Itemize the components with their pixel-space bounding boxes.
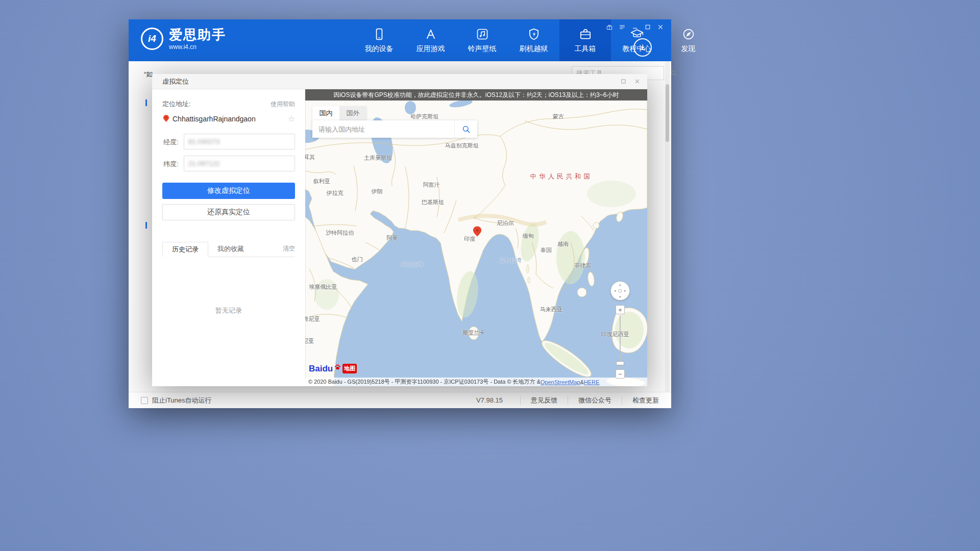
map-place-label: 肯尼亚 [305, 315, 320, 322]
nav-item[interactable]: 我的设备 [353, 19, 405, 61]
map-search-button[interactable] [454, 120, 477, 138]
nav-item-label: 发现 [681, 44, 696, 54]
map-place-label: 土库曼斯坦 [364, 154, 392, 161]
map-place-label: 哈萨克斯坦 [410, 112, 438, 120]
map-place-label: 阿曼 [386, 234, 398, 242]
compass-icon [682, 28, 695, 41]
map-marker-pin-icon [472, 226, 483, 239]
nav-item[interactable]: 铃声壁纸 [456, 19, 508, 61]
page-text-fragment: “如 [144, 70, 153, 79]
address-value: ChhattisgarhRajnandgaon [173, 115, 288, 123]
zoom-slider-handle[interactable] [616, 361, 624, 365]
virtual-location-dialog: 虚拟定位 定位地址: 使用帮助 ChhattisgarhRajnandgaon … [152, 74, 647, 386]
map-place-label: 尼泊尔 [497, 219, 513, 227]
openstreetmap-link[interactable]: OpenStreetMap [541, 379, 580, 385]
longitude-field-box [184, 134, 295, 149]
restore-location-button[interactable]: 还原真实定位 [162, 204, 295, 220]
minimize-icon[interactable] [631, 23, 639, 31]
clear-history-link[interactable]: 清空 [283, 244, 295, 257]
latitude-input[interactable] [184, 156, 295, 171]
region-tab[interactable]: 国内 [312, 106, 339, 120]
nav-item[interactable]: 刷机越狱 [508, 19, 559, 61]
nav-item-label: 铃声壁纸 [468, 44, 497, 54]
map-place-label: 耳其 [305, 154, 315, 161]
toolbox-icon [579, 28, 592, 41]
map-place-label: 巴基斯坦 [422, 198, 444, 206]
phone-icon [373, 28, 386, 41]
favorite-star-icon[interactable]: ☆ [288, 114, 295, 123]
map-place-label: 埃塞俄比亚 [309, 283, 337, 291]
help-link[interactable]: 使用帮助 [271, 100, 295, 109]
check-update-link[interactable]: 检查更新 [622, 396, 659, 405]
close-icon[interactable] [657, 23, 664, 31]
theme-icon[interactable] [606, 23, 613, 31]
map-place-label: 马来西亚 [540, 306, 562, 313]
longitude-label: 经度: [163, 138, 179, 147]
baidu-map-badge: 地图 [342, 364, 357, 373]
menu-icon[interactable] [619, 23, 626, 31]
pan-right-icon[interactable]: ► [624, 289, 627, 292]
pan-center-icon[interactable] [619, 289, 622, 293]
app-header: i4 爱思助手 www.i4.cn 我的设备 应用游戏 铃声壁纸 刷机越狱 [129, 19, 671, 61]
map-place-label: 菲律宾 [575, 262, 592, 269]
latitude-field-box [184, 156, 295, 171]
page-scrollbar[interactable] [665, 61, 670, 392]
address-label: 定位地址: [162, 99, 191, 109]
map-search-input[interactable] [312, 120, 454, 138]
nav-item-label: 工具箱 [575, 44, 596, 54]
nav-item[interactable]: 应用游戏 [405, 19, 456, 61]
map-place-label: 叙利亚 [313, 177, 330, 185]
map-place-label: 蒙古 [553, 112, 564, 120]
dialog-title: 虚拟定位 [162, 77, 189, 86]
zoom-slider-track[interactable] [616, 314, 625, 369]
history-tab[interactable]: 我的收藏 [208, 241, 253, 257]
block-itunes-checkbox[interactable] [141, 397, 148, 404]
feedback-link[interactable]: 意见反馈 [520, 396, 568, 405]
baidu-paw-icon [334, 363, 341, 371]
zoom-in-button[interactable]: + [616, 305, 625, 314]
baidu-brand-text: Baidu [309, 364, 333, 374]
map-place-label: 斯里兰卡 [462, 329, 485, 337]
dialog-titlebar: 虚拟定位 [152, 74, 647, 89]
modify-location-button[interactable]: 修改虚拟定位 [162, 183, 295, 199]
pan-down-icon[interactable]: ▼ [619, 295, 622, 298]
map-zoom-control: + − [616, 305, 625, 379]
baidu-map-logo: Baidu 地图 [309, 363, 357, 374]
map-place-label: 乌兹别克斯坦 [445, 141, 479, 149]
wechat-link[interactable]: 微信公众号 [568, 396, 622, 405]
zoom-out-button[interactable]: − [616, 369, 625, 379]
pan-left-icon[interactable]: ◄ [614, 289, 617, 292]
map-place-label: 也门 [352, 255, 363, 263]
app-url: www.i4.cn [169, 43, 226, 51]
map-place-label: 孟加拉湾 [499, 257, 522, 264]
pan-up-icon[interactable]: ▲ [619, 283, 622, 286]
close-icon[interactable] [634, 78, 641, 85]
baidu-map[interactable]: 哈萨克斯坦蒙古乌兹别克斯坦土库曼斯坦耳其叙利亚伊拉克伊朗阿富汗巴基斯坦中华人民共… [305, 89, 647, 386]
longitude-input[interactable] [184, 134, 295, 149]
map-place-label: 伊朗 [372, 188, 383, 195]
maximize-icon[interactable] [644, 23, 651, 31]
logo-badge-icon: i4 [141, 28, 163, 50]
region-tab[interactable]: 国外 [339, 106, 366, 120]
nav-item-label: 应用游戏 [416, 44, 445, 54]
maximize-icon[interactable] [620, 78, 627, 85]
nav-item[interactable]: 发现 [663, 19, 714, 61]
section-marker [145, 99, 147, 106]
app-window: i4 爱思助手 www.i4.cn 我的设备 应用游戏 铃声壁纸 刷机越狱 [129, 19, 671, 408]
appstore-icon [424, 28, 437, 41]
music-icon [476, 28, 489, 41]
map-pan-control[interactable]: ▲ ▼ ◄ ► [610, 281, 630, 300]
scrollbar-thumb[interactable] [666, 84, 669, 142]
attribution-text: © 2020 Baidu - GS(2019)5218号 - 甲测资字11009… [308, 378, 541, 386]
shield-icon [527, 28, 541, 41]
map-place-label: 阿富汗 [423, 181, 440, 188]
nav-item[interactable]: 工具箱 [559, 19, 611, 61]
here-link[interactable]: HERE [584, 379, 600, 385]
history-tab[interactable]: 历史记录 [162, 242, 208, 257]
download-button[interactable] [633, 38, 652, 57]
map-place-label: 泰国 [541, 246, 552, 254]
app-title: 爱思助手 [169, 28, 226, 42]
search-icon[interactable] [670, 69, 678, 77]
window-controls [606, 23, 664, 31]
map-place-label: 越南 [557, 240, 569, 248]
